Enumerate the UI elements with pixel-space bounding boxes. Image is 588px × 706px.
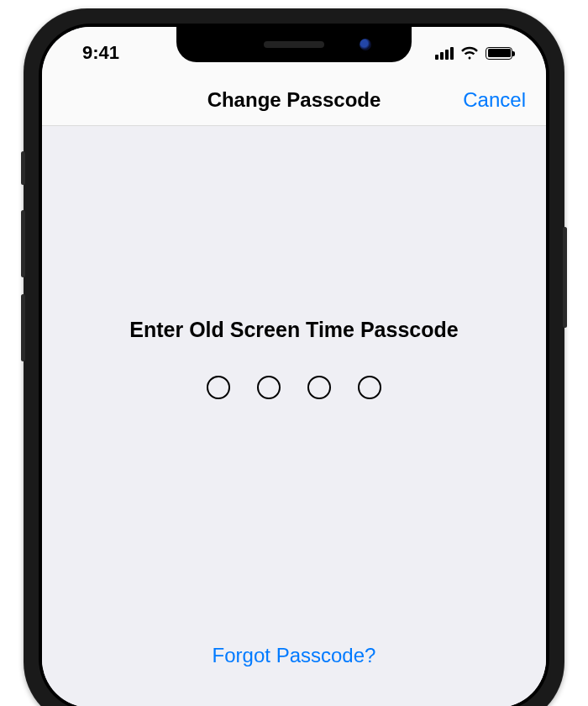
navigation-bar: Change Passcode Cancel xyxy=(42,74,546,126)
passcode-field[interactable] xyxy=(207,376,381,399)
mute-switch xyxy=(21,151,25,185)
notch xyxy=(176,27,412,62)
passcode-dot xyxy=(307,376,331,399)
passcode-dot xyxy=(257,376,281,399)
screen: 9:41 Change Passcode Cancel xyxy=(42,27,546,706)
content-area: Enter Old Screen Time Passcode Forgot Pa… xyxy=(42,126,546,706)
volume-down-button xyxy=(21,294,25,361)
phone-bezel: 9:41 Change Passcode Cancel xyxy=(39,24,549,706)
passcode-dot xyxy=(207,376,230,399)
passcode-dot xyxy=(358,376,381,399)
status-indicators xyxy=(435,46,517,60)
nav-title: Change Passcode xyxy=(207,88,381,112)
cellular-signal-icon xyxy=(435,46,454,60)
phone-frame: 9:41 Change Passcode Cancel xyxy=(24,8,564,706)
wifi-icon xyxy=(460,46,479,60)
earpiece-speaker xyxy=(264,41,324,48)
cancel-button[interactable]: Cancel xyxy=(463,88,526,112)
power-button xyxy=(563,227,567,328)
passcode-prompt: Enter Old Screen Time Passcode xyxy=(129,318,458,342)
forgot-passcode-link[interactable]: Forgot Passcode? xyxy=(213,644,376,667)
battery-icon xyxy=(486,47,512,60)
volume-up-button xyxy=(21,210,25,277)
status-time: 9:41 xyxy=(71,42,119,64)
front-camera xyxy=(360,39,371,50)
